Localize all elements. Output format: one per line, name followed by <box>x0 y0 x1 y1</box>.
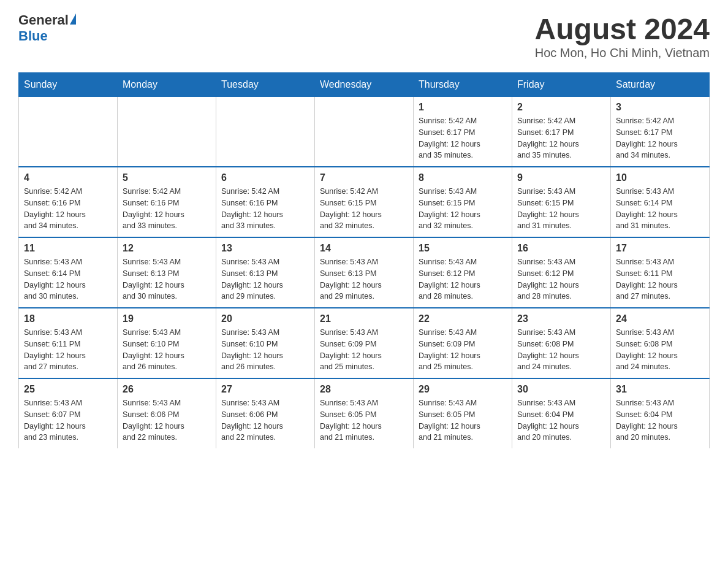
title-block: August 2024 Hoc Mon, Ho Chi Minh, Vietna… <box>535 12 710 60</box>
day-number: 8 <box>419 172 507 183</box>
day-info: Sunrise: 5:43 AMSunset: 6:14 PMDaylight:… <box>24 256 112 302</box>
calendar-week-row: 11Sunrise: 5:43 AMSunset: 6:14 PMDayligh… <box>19 237 710 308</box>
calendar-cell: 10Sunrise: 5:43 AMSunset: 6:14 PMDayligh… <box>611 167 710 237</box>
day-info: Sunrise: 5:42 AMSunset: 6:16 PMDaylight:… <box>24 186 112 232</box>
calendar-cell: 3Sunrise: 5:42 AMSunset: 6:17 PMDaylight… <box>611 97 710 167</box>
day-number: 30 <box>517 384 605 395</box>
calendar-cell: 24Sunrise: 5:43 AMSunset: 6:08 PMDayligh… <box>611 308 710 378</box>
day-number: 11 <box>24 243 112 254</box>
day-info: Sunrise: 5:43 AMSunset: 6:13 PMDaylight:… <box>123 256 211 302</box>
day-number: 20 <box>221 313 309 324</box>
day-info: Sunrise: 5:43 AMSunset: 6:06 PMDaylight:… <box>123 397 211 443</box>
calendar-cell: 31Sunrise: 5:43 AMSunset: 6:04 PMDayligh… <box>611 378 710 448</box>
page-header: General Blue August 2024 Hoc Mon, Ho Chi… <box>18 12 710 60</box>
calendar-cell: 8Sunrise: 5:43 AMSunset: 6:15 PMDaylight… <box>414 167 512 237</box>
day-number: 24 <box>616 313 704 324</box>
day-info: Sunrise: 5:43 AMSunset: 6:04 PMDaylight:… <box>616 397 704 443</box>
weekday-header-sunday: Sunday <box>19 73 118 97</box>
calendar-cell: 29Sunrise: 5:43 AMSunset: 6:05 PMDayligh… <box>414 378 512 448</box>
weekday-header-friday: Friday <box>512 73 611 97</box>
calendar-cell <box>118 97 216 167</box>
calendar-cell: 7Sunrise: 5:42 AMSunset: 6:15 PMDaylight… <box>315 167 414 237</box>
calendar-cell: 25Sunrise: 5:43 AMSunset: 6:07 PMDayligh… <box>19 378 118 448</box>
day-info: Sunrise: 5:43 AMSunset: 6:13 PMDaylight:… <box>320 256 408 302</box>
calendar-cell: 9Sunrise: 5:43 AMSunset: 6:15 PMDaylight… <box>512 167 611 237</box>
day-number: 7 <box>320 172 408 183</box>
day-info: Sunrise: 5:43 AMSunset: 6:12 PMDaylight:… <box>517 256 605 302</box>
weekday-header-row: SundayMondayTuesdayWednesdayThursdayFrid… <box>19 73 710 97</box>
weekday-header-thursday: Thursday <box>414 73 512 97</box>
logo-general-text: General <box>18 12 69 28</box>
day-info: Sunrise: 5:43 AMSunset: 6:05 PMDaylight:… <box>419 397 507 443</box>
day-number: 29 <box>419 384 507 395</box>
calendar-cell: 12Sunrise: 5:43 AMSunset: 6:13 PMDayligh… <box>118 237 216 308</box>
day-info: Sunrise: 5:42 AMSunset: 6:16 PMDaylight:… <box>221 186 309 232</box>
day-number: 21 <box>320 313 408 324</box>
month-year-title: August 2024 <box>535 12 710 46</box>
day-info: Sunrise: 5:42 AMSunset: 6:17 PMDaylight:… <box>419 115 507 161</box>
calendar-cell: 16Sunrise: 5:43 AMSunset: 6:12 PMDayligh… <box>512 237 611 308</box>
day-info: Sunrise: 5:42 AMSunset: 6:17 PMDaylight:… <box>517 115 605 161</box>
day-number: 31 <box>616 384 704 395</box>
calendar-cell <box>216 97 315 167</box>
day-number: 17 <box>616 243 704 254</box>
location-subtitle: Hoc Mon, Ho Chi Minh, Vietnam <box>535 46 710 60</box>
day-info: Sunrise: 5:43 AMSunset: 6:04 PMDaylight:… <box>517 397 605 443</box>
logo: General Blue <box>18 12 76 44</box>
weekday-header-tuesday: Tuesday <box>216 73 315 97</box>
day-number: 10 <box>616 172 704 183</box>
day-info: Sunrise: 5:42 AMSunset: 6:15 PMDaylight:… <box>320 186 408 232</box>
day-info: Sunrise: 5:43 AMSunset: 6:10 PMDaylight:… <box>221 327 309 373</box>
day-number: 19 <box>123 313 211 324</box>
calendar-cell: 1Sunrise: 5:42 AMSunset: 6:17 PMDaylight… <box>414 97 512 167</box>
weekday-header-saturday: Saturday <box>611 73 710 97</box>
day-info: Sunrise: 5:43 AMSunset: 6:09 PMDaylight:… <box>320 327 408 373</box>
calendar-cell: 26Sunrise: 5:43 AMSunset: 6:06 PMDayligh… <box>118 378 216 448</box>
calendar-week-row: 25Sunrise: 5:43 AMSunset: 6:07 PMDayligh… <box>19 378 710 448</box>
day-info: Sunrise: 5:43 AMSunset: 6:15 PMDaylight:… <box>419 186 507 232</box>
day-number: 18 <box>24 313 112 324</box>
day-info: Sunrise: 5:43 AMSunset: 6:15 PMDaylight:… <box>517 186 605 232</box>
calendar-cell <box>19 97 118 167</box>
calendar-cell: 19Sunrise: 5:43 AMSunset: 6:10 PMDayligh… <box>118 308 216 378</box>
day-number: 3 <box>616 102 704 113</box>
day-number: 5 <box>123 172 211 183</box>
day-info: Sunrise: 5:43 AMSunset: 6:10 PMDaylight:… <box>123 327 211 373</box>
weekday-header-monday: Monday <box>118 73 216 97</box>
day-info: Sunrise: 5:42 AMSunset: 6:16 PMDaylight:… <box>123 186 211 232</box>
day-number: 6 <box>221 172 309 183</box>
day-number: 16 <box>517 243 605 254</box>
calendar-cell: 23Sunrise: 5:43 AMSunset: 6:08 PMDayligh… <box>512 308 611 378</box>
day-info: Sunrise: 5:43 AMSunset: 6:11 PMDaylight:… <box>24 327 112 373</box>
weekday-header-wednesday: Wednesday <box>315 73 414 97</box>
day-info: Sunrise: 5:43 AMSunset: 6:07 PMDaylight:… <box>24 397 112 443</box>
day-number: 15 <box>419 243 507 254</box>
calendar-cell: 27Sunrise: 5:43 AMSunset: 6:06 PMDayligh… <box>216 378 315 448</box>
day-number: 12 <box>123 243 211 254</box>
day-number: 28 <box>320 384 408 395</box>
day-number: 9 <box>517 172 605 183</box>
day-info: Sunrise: 5:43 AMSunset: 6:08 PMDaylight:… <box>616 327 704 373</box>
calendar-table: SundayMondayTuesdayWednesdayThursdayFrid… <box>18 72 710 448</box>
calendar-cell: 14Sunrise: 5:43 AMSunset: 6:13 PMDayligh… <box>315 237 414 308</box>
calendar-cell: 4Sunrise: 5:42 AMSunset: 6:16 PMDaylight… <box>19 167 118 237</box>
calendar-cell: 5Sunrise: 5:42 AMSunset: 6:16 PMDaylight… <box>118 167 216 237</box>
calendar-week-row: 18Sunrise: 5:43 AMSunset: 6:11 PMDayligh… <box>19 308 710 378</box>
calendar-week-row: 4Sunrise: 5:42 AMSunset: 6:16 PMDaylight… <box>19 167 710 237</box>
day-info: Sunrise: 5:43 AMSunset: 6:13 PMDaylight:… <box>221 256 309 302</box>
day-number: 4 <box>24 172 112 183</box>
calendar-cell: 20Sunrise: 5:43 AMSunset: 6:10 PMDayligh… <box>216 308 315 378</box>
day-number: 26 <box>123 384 211 395</box>
calendar-cell: 11Sunrise: 5:43 AMSunset: 6:14 PMDayligh… <box>19 237 118 308</box>
day-number: 14 <box>320 243 408 254</box>
day-info: Sunrise: 5:43 AMSunset: 6:05 PMDaylight:… <box>320 397 408 443</box>
calendar-cell: 21Sunrise: 5:43 AMSunset: 6:09 PMDayligh… <box>315 308 414 378</box>
day-info: Sunrise: 5:43 AMSunset: 6:09 PMDaylight:… <box>419 327 507 373</box>
day-number: 23 <box>517 313 605 324</box>
calendar-cell: 18Sunrise: 5:43 AMSunset: 6:11 PMDayligh… <box>19 308 118 378</box>
calendar-cell: 2Sunrise: 5:42 AMSunset: 6:17 PMDaylight… <box>512 97 611 167</box>
day-info: Sunrise: 5:42 AMSunset: 6:17 PMDaylight:… <box>616 115 704 161</box>
day-number: 13 <box>221 243 309 254</box>
logo-triangle-icon <box>70 13 76 25</box>
calendar-cell: 22Sunrise: 5:43 AMSunset: 6:09 PMDayligh… <box>414 308 512 378</box>
